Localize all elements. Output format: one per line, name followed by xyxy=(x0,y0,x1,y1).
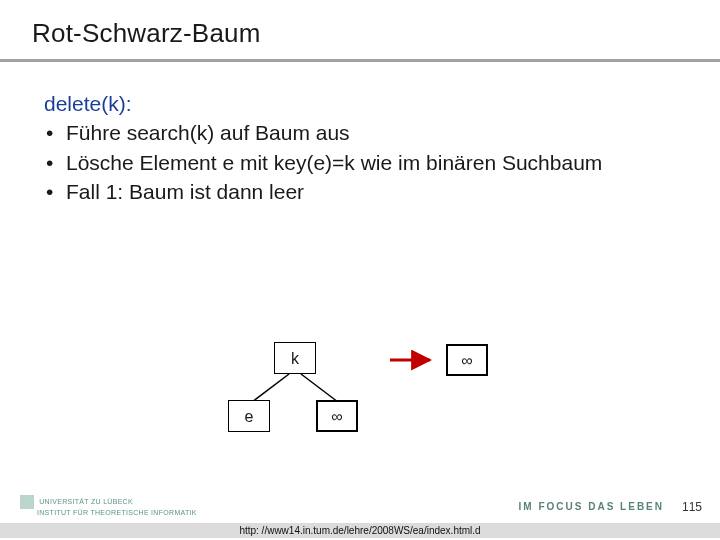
bullet-item: Führe search(k) auf Baum aus xyxy=(44,119,676,146)
seal-icon xyxy=(20,495,34,509)
title-divider xyxy=(0,59,720,62)
tree-node-root: k xyxy=(274,342,316,374)
title-block: Rot-Schwarz-Baum xyxy=(0,0,720,49)
university-logo: UNIVERSITÄT ZU LÜBECK INSTITUT FÜR THEOR… xyxy=(20,495,197,516)
content-block: delete(k): Führe search(k) auf Baum aus … xyxy=(0,62,720,205)
bullet-item: Fall 1: Baum ist dann leer xyxy=(44,178,676,205)
tree-diagram: k e ∞ ∞ xyxy=(0,320,720,470)
bullet-item: Lösche Element e mit key(e)=k wie im bin… xyxy=(44,149,676,176)
slide-title: Rot-Schwarz-Baum xyxy=(32,18,720,49)
slogan: IM FOCUS DAS LEBEN xyxy=(519,501,664,512)
svg-line-0 xyxy=(252,374,289,402)
slide: Rot-Schwarz-Baum delete(k): Führe search… xyxy=(0,0,720,540)
tree-node-result-nil: ∞ xyxy=(446,344,488,376)
page-number: 115 xyxy=(682,500,702,514)
footer-url: http: //www14.in.tum.de/lehre/2008WS/ea/… xyxy=(0,523,720,538)
tree-node-left: e xyxy=(228,400,270,432)
tree-node-right-nil: ∞ xyxy=(316,400,358,432)
bullet-list: Führe search(k) auf Baum aus Lösche Elem… xyxy=(44,119,676,205)
logo-left-line1: UNIVERSITÄT ZU LÜBECK xyxy=(39,498,133,505)
diagram-edges xyxy=(0,320,720,470)
svg-line-1 xyxy=(301,374,338,402)
logo-left-line2: INSTITUT FÜR THEORETISCHE INFORMATIK xyxy=(37,509,197,516)
function-heading: delete(k): xyxy=(44,90,676,117)
